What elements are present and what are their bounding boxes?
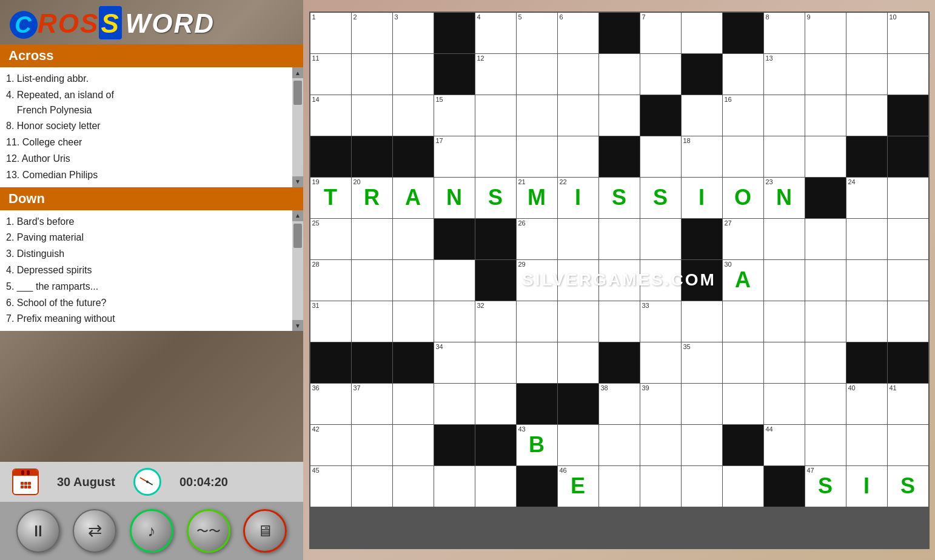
down-clue-1[interactable]: 1. Bard's before [6,214,291,230]
cell-r2c2[interactable] [352,54,392,95]
cell-r5c10[interactable]: I [682,178,722,218]
cell-r5c7[interactable]: 22I [558,178,598,218]
down-clue-2[interactable]: 2. Paving material [6,230,291,246]
cell-r9c6[interactable] [517,342,557,383]
cell-r10c3[interactable] [393,384,434,424]
cell-r3c11[interactable]: 16 [723,95,763,136]
cell-r6c3[interactable] [393,219,434,259]
cell-r11c2[interactable] [352,425,392,465]
cell-r10c10[interactable] [682,384,722,424]
shuffle-button[interactable]: ⇄ [73,509,116,553]
cell-r1c10[interactable] [682,13,722,53]
cell-r6c6[interactable]: 26 [517,219,557,259]
cell-r11c14[interactable] [846,425,887,465]
cell-r8c4[interactable] [434,301,475,342]
cell-r7c8[interactable] [599,260,640,301]
cell-r6c15[interactable] [888,219,928,259]
cell-r12c9[interactable] [640,466,681,507]
cell-r10c4[interactable] [434,384,475,424]
cell-r11c15[interactable] [888,425,928,465]
cell-r1c12[interactable]: 8 [764,13,805,53]
across-clue-8[interactable]: 8. Honor society letter [6,118,291,135]
cell-r7c11[interactable]: 30A [723,260,763,301]
cell-r1c13[interactable]: 9 [805,13,846,53]
down-clues-list[interactable]: 1. Bard's before 2. Paving material 3. D… [0,210,303,332]
cell-r8c1[interactable]: 31 [310,301,351,342]
cell-r5c11[interactable]: O [723,178,763,218]
cell-r5c8[interactable]: S [599,178,640,218]
cell-r11c9[interactable] [640,425,681,465]
cell-r8c7[interactable] [558,301,598,342]
cell-r6c11[interactable]: 27 [723,219,763,259]
cell-r10c2[interactable]: 37 [352,384,392,424]
cell-r4c13[interactable] [805,136,846,177]
cell-r2c15[interactable] [888,54,928,95]
cell-r6c2[interactable] [352,219,392,259]
cell-r7c1[interactable]: 28 [310,260,351,301]
down-clue-7[interactable]: 7. Prefix meaning without [6,311,291,327]
cell-r8c15[interactable] [888,301,928,342]
cell-r5c4[interactable]: N [434,178,475,218]
cell-r10c9[interactable]: 39 [640,384,681,424]
cell-r2c14[interactable] [846,54,887,95]
across-clues-list[interactable]: 1. List-ending abbr. 4. Repeated, an isl… [0,67,303,187]
cell-r7c3[interactable] [393,260,434,301]
cell-r8c10[interactable] [682,301,722,342]
cell-r4c11[interactable] [723,136,763,177]
cell-r5c14[interactable]: 24 [846,178,887,218]
cell-r2c6[interactable] [517,54,557,95]
cell-r6c14[interactable] [846,219,887,259]
cell-r6c1[interactable]: 25 [310,219,351,259]
cell-r3c5[interactable] [475,95,516,136]
cell-r7c15[interactable] [888,260,928,301]
down-scrollbar[interactable]: ▲ ▼ [292,210,303,332]
cell-r8c6[interactable] [517,301,557,342]
cell-r4c10[interactable]: 18 [682,136,722,177]
cell-r3c10[interactable] [682,95,722,136]
cell-r10c12[interactable] [764,384,805,424]
cell-r8c14[interactable] [846,301,887,342]
cell-r1c5[interactable]: 4 [475,13,516,53]
cell-r10c14[interactable]: 40 [846,384,887,424]
cell-r12c14[interactable]: I [846,466,887,507]
cell-r9c9[interactable] [640,342,681,383]
cell-r2c8[interactable] [599,54,640,95]
cell-r2c9[interactable] [640,54,681,95]
cell-r3c3[interactable] [393,95,434,136]
cell-r11c10[interactable] [682,425,722,465]
music-button[interactable]: ♪ [130,509,173,553]
cell-r9c11[interactable] [723,342,763,383]
display-button[interactable]: 🖥 [243,509,287,553]
down-clue-3[interactable]: 3. Distinguish [6,246,291,262]
cell-r3c14[interactable] [846,95,887,136]
across-scroll-thumb[interactable] [293,81,302,105]
cell-r3c1[interactable]: 14 [310,95,351,136]
cell-r4c12[interactable] [764,136,805,177]
cell-r3c12[interactable] [764,95,805,136]
cell-r7c4[interactable] [434,260,475,301]
cell-r11c7[interactable] [558,425,598,465]
cell-r5c1[interactable]: 19T [310,178,351,218]
cell-r8c8[interactable] [599,301,640,342]
cell-r2c12[interactable]: 13 [764,54,805,95]
cell-r11c3[interactable] [393,425,434,465]
cell-r10c8[interactable]: 38 [599,384,640,424]
cell-r8c3[interactable] [393,301,434,342]
cell-r12c1[interactable]: 45 [310,466,351,507]
cell-r3c4[interactable]: 15 [434,95,475,136]
cell-r2c1[interactable]: 11 [310,54,351,95]
cell-r8c13[interactable] [805,301,846,342]
cell-r11c6[interactable]: 43B [517,425,557,465]
cell-r5c2[interactable]: 20R [352,178,392,218]
across-clue-4[interactable]: 4. Repeated, an island of French Polynes… [6,87,291,119]
cell-r1c6[interactable]: 5 [517,13,557,53]
cell-r10c5[interactable] [475,384,516,424]
cell-r11c13[interactable] [805,425,846,465]
cell-r12c11[interactable] [723,466,763,507]
cell-r2c3[interactable] [393,54,434,95]
down-clue-5[interactable]: 5. ___ the ramparts... [6,279,291,295]
cell-r7c6[interactable]: 29 [517,260,557,301]
cell-r3c2[interactable] [352,95,392,136]
cell-r6c13[interactable] [805,219,846,259]
sound-button[interactable]: 〜〜 [187,509,230,553]
